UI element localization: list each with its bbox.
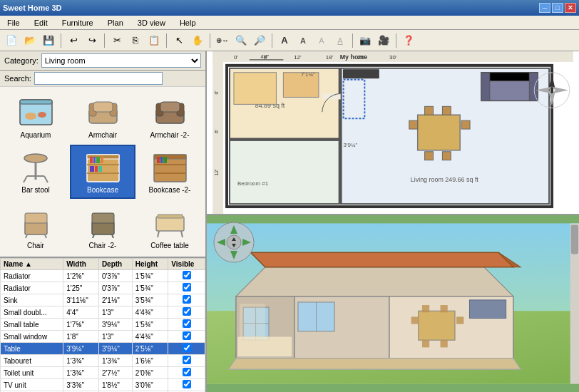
toolbar: 📄 📂 💾 ↩ ↪ ✂ ⎘ 📋 ↖ ✋ ⊕↔ 🔍 🔎 A A A A 📷 🎥 ❓ <box>0 30 579 51</box>
svg-marker-89 <box>552 87 568 94</box>
save-button[interactable]: 💾 <box>40 32 57 49</box>
row-visible[interactable] <box>168 270 205 282</box>
menu-edit[interactable]: Edit <box>30 17 52 29</box>
search-input[interactable] <box>34 72 163 85</box>
svg-line-45 <box>158 231 159 237</box>
menu-help[interactable]: Help <box>175 17 200 29</box>
col-height[interactable]: Height <box>132 259 168 270</box>
svg-rect-20 <box>87 172 119 174</box>
text-a4-button[interactable]: A <box>332 32 349 49</box>
col-depth[interactable]: Depth <box>98 259 132 270</box>
row-depth: 0'3⅞" <box>98 270 132 282</box>
copy-button[interactable]: ⎘ <box>127 32 144 49</box>
nav-widget[interactable] <box>212 221 255 264</box>
row-visible[interactable] <box>168 319 205 331</box>
row-visible[interactable] <box>168 331 205 343</box>
zoom-in-button[interactable]: 🔍 <box>232 32 250 49</box>
furniture-armchair2[interactable]: Armchair -2- <box>137 90 203 143</box>
furniture-chair[interactable]: Chair <box>3 200 68 254</box>
pan-button[interactable]: ✋ <box>189 32 206 49</box>
row-width: 1'3¾" <box>63 367 99 379</box>
table-row[interactable]: Small table 1'7⅝" 3'9¼" 1'5¾" <box>1 319 205 331</box>
redo-button[interactable]: ↪ <box>83 32 101 49</box>
window-controls: ─ □ ✕ <box>539 3 576 13</box>
row-name: Table <box>1 343 63 355</box>
table-row[interactable]: Radiator 1'25" 0'3⅞" 1'5¾" <box>1 282 205 294</box>
row-width: 3'3⅜" <box>63 379 99 391</box>
floor-plan[interactable]: 0' 6' 12' 18' 24' 30' 4'4" My home 0' 6'… <box>207 51 579 215</box>
svg-point-2 <box>25 113 36 120</box>
menu-furniture[interactable]: Furniture <box>58 17 98 29</box>
left-panel: Category: Living room Bedroom Kitchen Ba… <box>0 51 207 392</box>
paste-button[interactable]: 📋 <box>145 32 163 49</box>
table-row[interactable]: Small doubl... 4'4" 1'3" 4'4¾" <box>1 306 205 319</box>
svg-rect-70 <box>322 93 341 99</box>
row-visible[interactable] <box>168 343 205 355</box>
row-visible[interactable] <box>168 306 205 319</box>
svg-rect-64 <box>230 140 339 204</box>
separator-5 <box>272 33 272 48</box>
row-depth: 3'9¼" <box>98 343 132 355</box>
furniture-bookcase2[interactable]: Bookcase -2- <box>137 145 203 198</box>
row-visible[interactable] <box>168 355 205 367</box>
svg-rect-77 <box>442 106 451 115</box>
open-button[interactable]: 📂 <box>21 32 39 49</box>
video-button[interactable]: 🎥 <box>375 32 392 49</box>
col-width[interactable]: Width <box>63 259 99 270</box>
menu-3dview[interactable]: 3D view <box>133 17 170 29</box>
zoom-all-button[interactable]: ⊕↔ <box>214 32 231 49</box>
category-select[interactable]: Living room Bedroom Kitchen Bathroom <box>41 53 201 68</box>
table-row[interactable]: Toilet unit 1'3¾" 2'7½" 2'0⅜" <box>1 367 205 379</box>
text-a3-button[interactable]: A <box>313 32 330 49</box>
furniture-barstool[interactable]: Bar stool <box>3 145 68 198</box>
svg-text:4'4": 4'4" <box>261 54 270 59</box>
table-row[interactable]: Radiator 1'2⅝" 0'3⅞" 1'5¾" <box>1 270 205 282</box>
row-visible[interactable] <box>168 282 205 294</box>
furniture-aquarium[interactable]: Aquarium <box>3 90 68 143</box>
svg-rect-31 <box>154 172 186 174</box>
row-height: 1'5¾" <box>132 319 168 331</box>
table-row[interactable]: Tabouret 1'3¾" 1'3¾" 1'6⅛" <box>1 355 205 367</box>
col-visible[interactable]: Visible <box>168 259 205 270</box>
zoom-out-button[interactable]: 🔎 <box>251 32 268 49</box>
furniture-chair2[interactable]: Chair -2- <box>70 200 135 254</box>
svg-rect-76 <box>425 106 434 115</box>
text-a-button[interactable]: A <box>276 32 293 49</box>
close-button[interactable]: ✕ <box>565 3 576 13</box>
row-visible[interactable] <box>168 379 205 391</box>
furniture-bookcase[interactable]: Bookcase <box>70 145 135 198</box>
cut-button[interactable]: ✂ <box>108 32 125 49</box>
svg-rect-124 <box>469 300 506 319</box>
undo-button[interactable]: ↩ <box>65 32 82 49</box>
photo-button[interactable]: 📷 <box>357 32 374 49</box>
text-a2-button[interactable]: A <box>294 32 312 49</box>
svg-rect-23 <box>96 157 100 163</box>
col-name[interactable]: Name ▲ <box>1 259 63 270</box>
table-row[interactable]: TV unit 3'3⅜" 1'8½" 3'0⅝" <box>1 379 205 391</box>
select-button[interactable]: ↖ <box>170 32 188 49</box>
minimize-button[interactable]: ─ <box>539 3 550 13</box>
row-visible[interactable] <box>168 367 205 379</box>
furniture-armchair[interactable]: Armchair <box>70 90 135 143</box>
svg-rect-122 <box>422 340 429 347</box>
row-name: Radiator <box>1 282 63 294</box>
maximize-button[interactable]: □ <box>552 3 563 13</box>
svg-rect-1 <box>20 100 52 104</box>
svg-rect-82 <box>481 73 490 101</box>
help-button[interactable]: ❓ <box>400 32 417 49</box>
furniture-coffeetable[interactable]: Coffee table <box>137 200 203 254</box>
table-row[interactable]: Table 3'9¼" 3'9¼" 2'5⅛" <box>1 343 205 355</box>
armchair2-label: Armchair -2- <box>150 131 189 139</box>
table-row[interactable]: Small window 1'8" 1'3" 4'4¾" <box>1 331 205 343</box>
svg-rect-27 <box>98 166 102 172</box>
menu-file[interactable]: File <box>3 17 24 29</box>
svg-rect-83 <box>529 73 538 101</box>
row-width: 4'4" <box>63 306 99 319</box>
new-button[interactable]: 📄 <box>3 32 20 49</box>
menu-plan[interactable]: Plan <box>103 17 128 29</box>
row-visible[interactable] <box>168 294 205 306</box>
row-height: 1'6⅛" <box>132 355 168 367</box>
row-height: 2'0⅜" <box>132 367 168 379</box>
row-name: Toilet unit <box>1 367 63 379</box>
table-row[interactable]: Sink 3'11⅛" 2'1⅛" 3'5¾" <box>1 294 205 306</box>
